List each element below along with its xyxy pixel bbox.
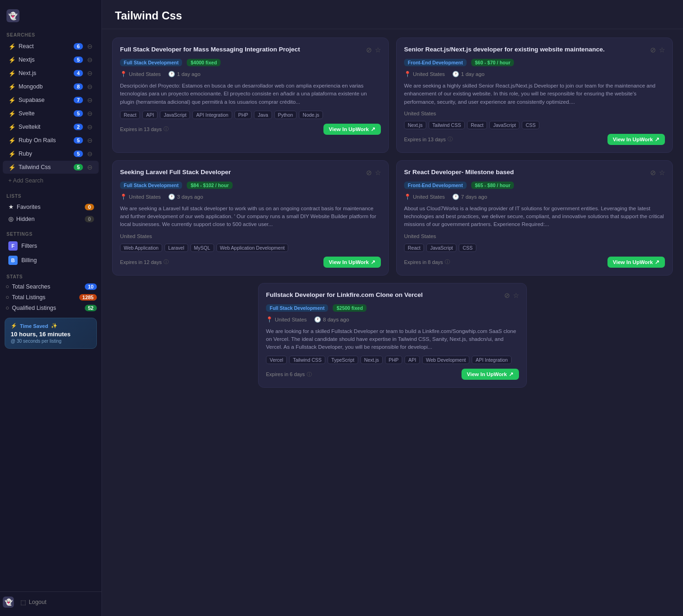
job-time: 🕐 8 days ago — [314, 316, 349, 323]
job-tag: Laravel — [164, 244, 188, 252]
view-upwork-button[interactable]: View In UpWork ↗ — [462, 369, 519, 380]
sidebar-item-badge: 5 — [74, 137, 83, 144]
job-price: $2500 fixed — [333, 304, 367, 312]
stats-badge: 10 — [85, 283, 97, 290]
sidebar-item-remove[interactable]: ⊖ — [86, 42, 94, 50]
main-header: Tailwind Css — [102, 0, 683, 29]
card-actions: ⊘ ☆ — [650, 46, 665, 54]
sidebar-item-remove[interactable]: ⊖ — [86, 150, 94, 158]
job-tag: Python — [274, 111, 297, 119]
settings-item-filters[interactable]: F Filters — [3, 239, 99, 253]
stats-row-total-listings: ○ Total Listings 1285 — [0, 292, 101, 302]
logout-label: Logout — [29, 599, 46, 605]
sidebar-item-label: Ruby On Rails — [19, 137, 71, 144]
settings-item-billing[interactable]: B Billing — [3, 253, 99, 267]
lightning-icon: ⚡ — [8, 124, 16, 131]
sidebar-item-remove[interactable]: ⊖ — [86, 136, 94, 145]
sidebar-item-nextjs[interactable]: ⚡ Nextjs 5 ⊖ — [3, 53, 99, 66]
job-footer: Expires in 13 days ⓘ View In UpWork ↗ — [120, 124, 381, 135]
external-link-icon: ↗ — [509, 371, 513, 377]
job-price: $4000 fixed — [187, 59, 221, 66]
list-label: Favorites — [17, 204, 82, 210]
view-upwork-button[interactable]: View In UpWork ↗ — [607, 257, 665, 268]
sidebar-item-ruby-on-rails[interactable]: ⚡ Ruby On Rails 5 ⊖ — [3, 134, 99, 147]
sidebar-item-remove[interactable]: ⊖ — [86, 109, 94, 118]
sidebar-item-badge: 7 — [74, 97, 83, 103]
sidebar-item-nextjs2[interactable]: ⚡ Next.js 4 ⊖ — [3, 67, 99, 80]
job-meta-row: Full Stack Development $84 - $102 / hour — [120, 182, 381, 189]
favorite-button[interactable]: ☆ — [375, 46, 381, 54]
favorite-button[interactable]: ☆ — [375, 169, 381, 177]
clock-icon: 🕐 — [452, 194, 459, 200]
job-card-header: Fullstack Developer for Linkfire.com Clo… — [266, 291, 519, 300]
sidebar-item-sveltekit[interactable]: ⚡ Sveltekit 2 ⊖ — [3, 120, 99, 133]
job-tag: PHP — [385, 356, 403, 364]
hide-button[interactable]: ⊘ — [504, 291, 510, 300]
sidebar-item-label: Ruby — [19, 151, 71, 157]
list-item-favorites[interactable]: ★ Favorites 0 — [3, 201, 99, 213]
location-icon: 📍 — [266, 316, 273, 323]
job-category: Front-End Development — [404, 59, 467, 66]
stats-badge: 1285 — [79, 294, 97, 301]
logout-button[interactable]: ⬚ Logout — [17, 597, 50, 608]
job-card-job1: Full Stack Developer for Mass Messaging … — [112, 38, 389, 153]
view-upwork-button[interactable]: View In UpWork ↗ — [607, 134, 665, 145]
settings-avatar: B — [8, 256, 18, 265]
sidebar-item-remove[interactable]: ⊖ — [86, 163, 94, 171]
sidebar-item-ruby[interactable]: ⚡ Ruby 5 ⊖ — [3, 147, 99, 160]
stats-row-qualified-listings: ○ Qualified Listings 52 — [0, 302, 101, 313]
sidebar-item-mongodb[interactable]: ⚡ Mongodb 8 ⊖ — [3, 80, 99, 93]
sidebar-item-remove[interactable]: ⊖ — [86, 82, 94, 91]
lightning-icon: ⚡ — [8, 151, 16, 157]
job-location: 📍 United States — [120, 71, 161, 77]
sidebar-item-svelte[interactable]: ⚡ Svelte 5 ⊖ — [3, 107, 99, 120]
sidebar-item-remove[interactable]: ⊖ — [86, 69, 94, 77]
add-search-button[interactable]: + Add Search — [3, 175, 99, 186]
sidebar-item-react[interactable]: ⚡ React 6 ⊖ — [3, 40, 99, 53]
job-title: Full Stack Developer for Mass Messaging … — [120, 45, 362, 54]
sidebar-item-badge: 8 — [74, 83, 83, 90]
job-card-header: Seeking Laravel Full Stack Developer ⊘ ☆ — [120, 168, 381, 177]
hide-button[interactable]: ⊘ — [650, 46, 656, 54]
info-icon: ⓘ — [448, 136, 453, 143]
lightning-icon: ⚡ — [8, 83, 16, 90]
view-upwork-button[interactable]: View In UpWork ↗ — [323, 257, 381, 268]
job-time: 🕐 1 day ago — [168, 71, 201, 77]
hide-button[interactable]: ⊘ — [366, 46, 372, 54]
hide-button[interactable]: ⊘ — [366, 169, 372, 177]
sidebar-item-remove[interactable]: ⊖ — [86, 56, 94, 64]
location-icon: 📍 — [120, 194, 127, 200]
sidebar-item-tailwind-css[interactable]: ⚡ Tailwind Css 5 ⊖ — [3, 161, 99, 174]
job-tags: Web ApplicationLaravelMySQLWeb Applicati… — [120, 244, 381, 252]
job-tags: Next.jsTailwind CSSReactJavaScriptCSS — [404, 121, 665, 129]
job-price: $84 - $102 / hour — [187, 182, 232, 189]
job-footer: Expires in 12 days ⓘ View In UpWork ↗ — [120, 257, 381, 268]
stats-label: Qualified Listings — [12, 305, 82, 311]
job-tag: CSS — [459, 244, 476, 252]
sidebar-item-label: Supabase — [19, 97, 71, 103]
sidebar-item-remove[interactable]: ⊖ — [86, 123, 94, 131]
list-item-hidden[interactable]: ◎ Hidden 0 — [3, 213, 99, 225]
favorite-button[interactable]: ☆ — [659, 169, 665, 177]
settings-section-label: Settings — [0, 229, 101, 239]
job-tag: Vercel — [266, 356, 287, 364]
favorite-button[interactable]: ☆ — [659, 46, 665, 54]
footer-logo-icon: 👻 — [3, 597, 14, 608]
sidebar-item-supabase[interactable]: ⚡ Supabase 7 ⊖ — [3, 94, 99, 107]
job-location-row: 📍 United States 🕐 3 days ago — [120, 194, 381, 200]
job-title: Sr React Developer- Milestone based — [404, 168, 646, 176]
job-expires: Expires in 6 days ⓘ — [266, 371, 312, 378]
sidebar-item-remove[interactable]: ⊖ — [86, 96, 94, 104]
settings-label: Billing — [21, 257, 37, 264]
view-upwork-button[interactable]: View In UpWork ↗ — [323, 124, 381, 135]
job-tag: API — [142, 111, 158, 119]
hide-button[interactable]: ⊘ — [650, 169, 656, 177]
sidebar-logo: 👻 — [0, 6, 101, 30]
job-category: Full Stack Development — [120, 182, 182, 189]
job-card-job4: Sr React Developer- Milestone based ⊘ ☆ … — [396, 160, 673, 276]
searches-section-label: Searches — [0, 30, 101, 39]
job-tag: PHP — [234, 111, 252, 119]
favorite-button[interactable]: ☆ — [513, 291, 519, 300]
job-card-job5: Fullstack Developer for Linkfire.com Clo… — [258, 283, 527, 388]
card-actions: ⊘ ☆ — [366, 169, 381, 177]
